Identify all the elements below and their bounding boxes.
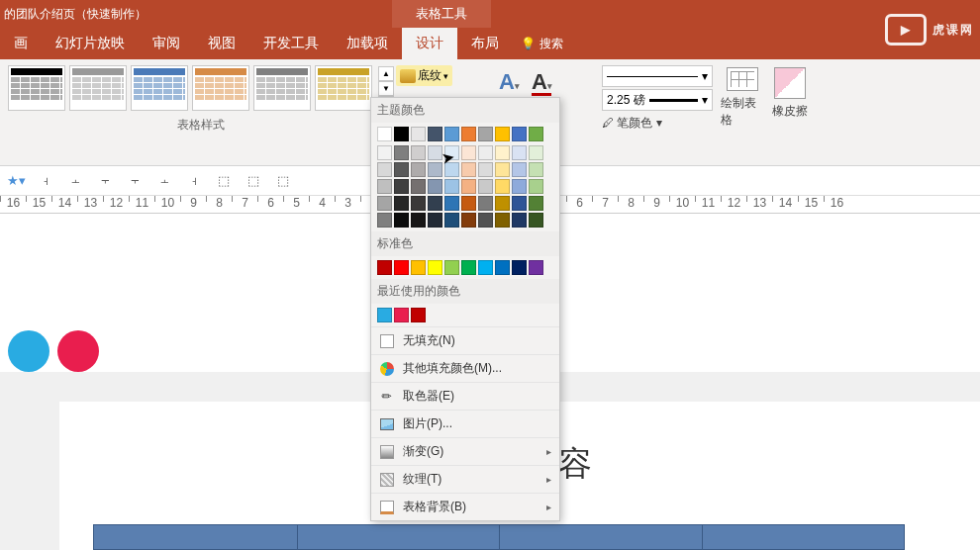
color-swatch[interactable] bbox=[411, 308, 426, 322]
qat-distribute-h-icon[interactable]: ⬚ bbox=[214, 171, 234, 191]
pen-weight-select[interactable]: 2.25 磅▾ bbox=[602, 89, 713, 111]
color-swatch[interactable] bbox=[529, 213, 543, 228]
styles-scroll-up[interactable]: ▲ bbox=[378, 66, 394, 81]
texture-fill-item[interactable]: 纹理(T)▸ bbox=[371, 465, 559, 493]
color-swatch[interactable] bbox=[411, 145, 426, 160]
color-swatch[interactable] bbox=[444, 213, 459, 228]
color-swatch[interactable] bbox=[411, 162, 426, 177]
color-swatch[interactable] bbox=[529, 196, 543, 211]
color-swatch[interactable] bbox=[495, 260, 510, 275]
qat-align-left-icon[interactable]: ⫞ bbox=[36, 171, 55, 191]
tab-slideshow[interactable]: 幻灯片放映 bbox=[42, 28, 139, 59]
qat-align-center-icon[interactable]: ⫠ bbox=[65, 171, 85, 191]
color-swatch[interactable] bbox=[377, 196, 392, 211]
color-swatch[interactable] bbox=[394, 179, 409, 194]
shading-button[interactable]: 底纹 ▾ bbox=[396, 65, 452, 86]
color-swatch[interactable] bbox=[428, 179, 442, 194]
color-swatch[interactable] bbox=[377, 127, 392, 141]
slide-text[interactable]: 容 bbox=[558, 441, 592, 487]
qat-align-right-icon[interactable]: ⫟ bbox=[95, 171, 115, 191]
color-swatch[interactable] bbox=[529, 127, 543, 141]
color-swatch[interactable] bbox=[461, 127, 476, 141]
color-swatch[interactable] bbox=[529, 162, 543, 177]
color-swatch[interactable] bbox=[444, 260, 459, 275]
pen-style-select[interactable]: ▾ bbox=[602, 65, 713, 87]
color-swatch[interactable] bbox=[461, 213, 476, 228]
color-swatch[interactable] bbox=[411, 179, 426, 194]
color-swatch[interactable] bbox=[512, 162, 527, 177]
color-swatch[interactable] bbox=[428, 260, 442, 275]
color-swatch[interactable] bbox=[461, 145, 476, 160]
tab-addins[interactable]: 加载项 bbox=[333, 28, 402, 59]
color-swatch[interactable] bbox=[377, 213, 392, 228]
color-swatch[interactable] bbox=[495, 179, 510, 194]
color-swatch[interactable] bbox=[495, 213, 510, 228]
color-swatch[interactable] bbox=[495, 196, 510, 211]
tell-me-search[interactable]: 💡 搜索 bbox=[521, 36, 563, 52]
qat-distribute-v-icon[interactable]: ⬚ bbox=[244, 171, 263, 191]
quick-styles-button[interactable]: A▾ bbox=[499, 69, 520, 95]
color-swatch[interactable] bbox=[411, 260, 426, 275]
color-swatch[interactable] bbox=[394, 127, 409, 141]
table-style-2[interactable] bbox=[69, 65, 127, 111]
color-swatch[interactable] bbox=[428, 196, 442, 211]
color-swatch[interactable] bbox=[394, 162, 409, 177]
picture-fill-item[interactable]: 图片(P)... bbox=[371, 410, 559, 437]
color-swatch[interactable] bbox=[512, 145, 527, 160]
color-swatch[interactable] bbox=[377, 145, 392, 160]
color-swatch[interactable] bbox=[495, 162, 510, 177]
eyedropper-item[interactable]: ✎取色器(E) bbox=[371, 382, 559, 410]
table-style-6[interactable] bbox=[315, 65, 372, 111]
qat-align-bottom-icon[interactable]: ⫞ bbox=[184, 171, 204, 191]
gradient-fill-item[interactable]: 渐变(G)▸ bbox=[371, 437, 559, 465]
color-swatch[interactable] bbox=[444, 127, 459, 141]
color-swatch[interactable] bbox=[478, 145, 493, 160]
tab-review[interactable]: 审阅 bbox=[139, 28, 194, 59]
tab-view[interactable]: 视图 bbox=[194, 28, 249, 59]
color-swatch[interactable] bbox=[428, 127, 442, 141]
color-swatch[interactable] bbox=[461, 196, 476, 211]
tab-design[interactable]: 设计 bbox=[402, 28, 457, 59]
color-swatch[interactable] bbox=[478, 196, 493, 211]
table-style-4[interactable] bbox=[192, 65, 249, 111]
color-swatch[interactable] bbox=[444, 179, 459, 194]
selected-table[interactable] bbox=[93, 524, 905, 550]
color-swatch[interactable] bbox=[444, 196, 459, 211]
color-swatch[interactable] bbox=[529, 179, 543, 194]
color-swatch[interactable] bbox=[461, 260, 476, 275]
color-swatch[interactable] bbox=[495, 127, 510, 141]
color-swatch[interactable] bbox=[495, 145, 510, 160]
font-color-button[interactable]: A▾ bbox=[532, 69, 552, 95]
color-swatch[interactable] bbox=[478, 260, 493, 275]
qat-group-icon[interactable]: ⬚ bbox=[273, 171, 293, 191]
table-style-5[interactable] bbox=[253, 65, 311, 111]
qat-align-middle-icon[interactable]: ⫠ bbox=[154, 171, 174, 191]
color-swatch[interactable] bbox=[461, 162, 476, 177]
color-swatch[interactable] bbox=[411, 127, 426, 141]
qat-align-top-icon[interactable]: ⫟ bbox=[125, 171, 145, 191]
tab-layout[interactable]: 布局 bbox=[457, 28, 513, 59]
color-swatch[interactable] bbox=[394, 145, 409, 160]
color-swatch[interactable] bbox=[377, 260, 392, 275]
styles-scroll-down[interactable]: ▼ bbox=[378, 81, 394, 96]
pen-color-button[interactable]: 🖊 笔颜色 ▾ bbox=[602, 113, 713, 134]
color-swatch[interactable] bbox=[394, 213, 409, 228]
color-swatch[interactable] bbox=[512, 179, 527, 194]
color-swatch[interactable] bbox=[428, 213, 442, 228]
qat-star-icon[interactable]: ★▾ bbox=[6, 171, 26, 191]
color-swatch[interactable] bbox=[512, 196, 527, 211]
table-style-3[interactable] bbox=[131, 65, 188, 111]
color-swatch[interactable] bbox=[411, 196, 426, 211]
color-swatch[interactable] bbox=[478, 162, 493, 177]
color-swatch[interactable] bbox=[512, 127, 527, 141]
color-swatch[interactable] bbox=[394, 260, 409, 275]
red-circle-shape[interactable] bbox=[57, 330, 99, 372]
tab-developer[interactable]: 开发工具 bbox=[249, 28, 333, 59]
draw-table-button[interactable]: 绘制表格 bbox=[721, 63, 764, 129]
color-swatch[interactable] bbox=[428, 162, 442, 177]
color-swatch[interactable] bbox=[529, 145, 543, 160]
color-swatch[interactable] bbox=[411, 213, 426, 228]
color-swatch[interactable] bbox=[478, 213, 493, 228]
color-swatch[interactable] bbox=[377, 179, 392, 194]
color-swatch[interactable] bbox=[529, 260, 543, 275]
